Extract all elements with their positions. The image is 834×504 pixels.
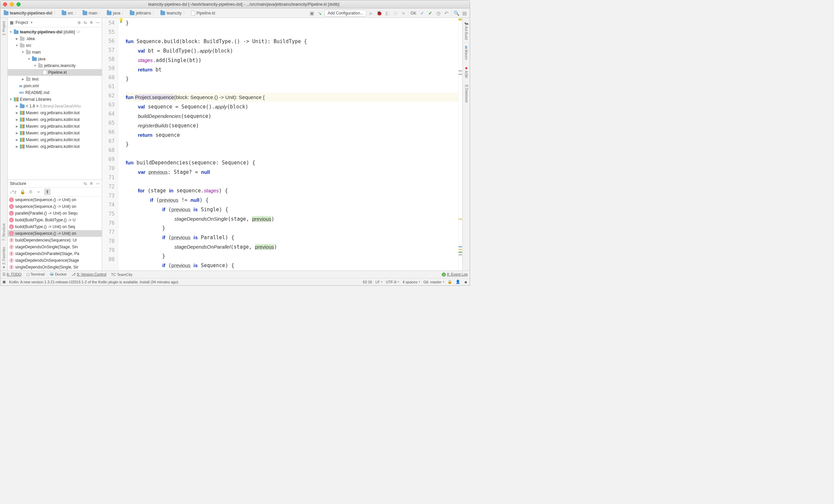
show-fields-icon[interactable]: ⫟ xyxy=(37,189,41,194)
function-icon: f xyxy=(9,251,14,256)
asm-tool-tab[interactable]: ◆ ASM xyxy=(464,65,468,79)
function-icon: f xyxy=(9,258,14,263)
folder-icon xyxy=(83,11,87,15)
lib-icon xyxy=(20,124,25,128)
folder-icon xyxy=(160,11,165,15)
file-encoding[interactable]: UTF-8♦ xyxy=(386,280,399,284)
database-tool-tab[interactable]: 🗃 Database xyxy=(464,83,468,104)
line-gutter: 54 55 56 57 58 59 60 61 62 63 64 65 66 6… xyxy=(102,18,118,270)
docker-tool-button[interactable]: 🐳 Docker xyxy=(49,272,67,277)
locate-icon[interactable]: ⊕ xyxy=(78,20,81,25)
memory-indicator[interactable]: 👤 xyxy=(456,280,460,284)
breadcrumb-item[interactable]: java〉 xyxy=(106,10,127,16)
lambda-icon: λ xyxy=(9,231,14,236)
lambda-icon: λ xyxy=(9,224,14,229)
tree-file-selected: Pipeline.kt xyxy=(8,69,102,76)
git-pull-icon[interactable]: ✓ xyxy=(419,10,425,17)
maven-tool-tab[interactable]: m Maven xyxy=(464,44,468,61)
sort-alpha-icon[interactable]: ↓ᴬᴢ xyxy=(10,189,17,194)
terminal-tool-button[interactable]: ▢ Terminal xyxy=(26,272,44,277)
folder-icon xyxy=(26,50,31,54)
lib-icon xyxy=(20,145,25,149)
run-button[interactable]: ▶ xyxy=(368,10,374,17)
todo-tool-button[interactable]: ☰ 6: TODO xyxy=(2,272,22,277)
breadcrumb-file[interactable]: Pipeline.kt xyxy=(190,11,216,16)
line-separator[interactable]: LF♦ xyxy=(375,280,382,284)
lambda-icon: λ xyxy=(9,204,14,209)
favorites-tool-tab[interactable]: ★ 2: Favorites xyxy=(2,246,6,270)
filter-icon[interactable]: ⫛ xyxy=(29,189,33,194)
folder-icon xyxy=(20,37,25,41)
project-tree[interactable]: ▼teamcity-pipelines-dsl [dsllib] ~/ ▶.id… xyxy=(8,27,102,180)
intention-bulb-icon[interactable]: 💡 xyxy=(118,18,124,270)
breadcrumb-item[interactable]: src〉 xyxy=(60,10,80,16)
git-branch[interactable]: Git: master♦ xyxy=(423,280,444,284)
lambda-icon: λ xyxy=(9,211,14,216)
git-revert-icon[interactable]: ↶ xyxy=(443,10,450,17)
indent-setting[interactable]: 4 spaces♦ xyxy=(402,280,420,284)
lambda-icon: λ xyxy=(9,218,14,222)
structure-panel-header: Structure ⇆ ✲ — xyxy=(8,180,102,188)
settings-icon[interactable]: ✲ xyxy=(90,181,93,186)
profile-button[interactable]: ◷ xyxy=(392,10,399,17)
structure-list[interactable]: λsequence(Sequence.() -> Unit) on λseque… xyxy=(8,196,102,270)
window-title: teamcity-pipelines-dsl [~/work/teamcity-… xyxy=(21,2,467,7)
project-panel-header: ▦ Project ▼ ⊕ ⇆ ✲ — xyxy=(8,18,102,27)
ant-tool-tab[interactable]: 🐜 Ant Build xyxy=(464,20,468,41)
error-stripe[interactable] xyxy=(458,18,462,270)
close-window-button[interactable] xyxy=(3,2,7,6)
search-everywhere-icon[interactable]: 🔍 xyxy=(453,10,460,17)
build-hammer-icon[interactable]: ↘ xyxy=(316,10,323,17)
structure-tool-tab[interactable]: 7: Structure xyxy=(2,222,6,242)
folder-icon xyxy=(20,44,25,47)
code-editor[interactable]: 54 55 56 57 58 59 60 61 62 63 64 65 66 6… xyxy=(102,18,462,270)
git-history-icon[interactable]: ◷ xyxy=(435,10,442,17)
stop-button[interactable]: ■ xyxy=(400,10,407,17)
expand-icon[interactable]: ⇆ xyxy=(84,181,87,186)
breadcrumb-item[interactable]: teamcity〉 xyxy=(159,10,189,16)
function-icon: f xyxy=(9,238,14,243)
caret-position[interactable]: 62:16 xyxy=(363,280,372,284)
ide-settings-icon[interactable]: ▤ xyxy=(461,10,468,17)
folder-icon xyxy=(62,11,66,15)
coverage-button[interactable]: ◧ xyxy=(384,10,391,17)
expand-all-icon[interactable]: ⇆ xyxy=(84,20,87,25)
teamcity-tool-button[interactable]: TC TeamCity xyxy=(111,272,132,277)
hide-icon[interactable]: — xyxy=(96,181,100,186)
source-folder-icon xyxy=(32,57,37,61)
breadcrumb-item[interactable]: jetbrains〉 xyxy=(128,10,158,16)
settings-icon[interactable]: ✲ xyxy=(90,20,93,25)
project-panel-title: Project xyxy=(16,20,28,25)
lib-icon xyxy=(20,138,25,142)
maven-icon: m xyxy=(19,84,22,88)
module-icon xyxy=(14,30,19,34)
select-run-target-icon[interactable]: ▣ xyxy=(308,10,315,17)
event-log-badge[interactable]: 2 8: Event Log xyxy=(442,272,468,277)
code-area[interactable]: } fun Sequence.build(block: BuildType.()… xyxy=(124,18,458,270)
tool-windows-icon[interactable]: ▣ xyxy=(2,280,6,284)
vcs-tool-button[interactable]: ⎇ 9: Version Control xyxy=(71,272,107,277)
add-configuration-button[interactable]: Add Configuration... xyxy=(325,10,366,17)
right-tool-tabs: 🐜 Ant Build m Maven ◆ ASM 🗃 Database xyxy=(462,18,470,270)
breadcrumb-root[interactable]: teamcity-pipelines-dsl〉 xyxy=(2,10,59,16)
status-message[interactable]: Kotlin: A new version 1.3.21-release-IJ2… xyxy=(9,280,178,284)
autoscroll-icon[interactable]: ⬆ xyxy=(44,189,50,195)
hide-panel-icon[interactable]: — xyxy=(96,20,100,25)
lib-icon xyxy=(20,117,25,122)
zoom-window-button[interactable] xyxy=(17,2,21,6)
lib-icon xyxy=(20,111,25,115)
inspections-icon[interactable]: ☻ xyxy=(464,280,468,284)
breadcrumb-item[interactable]: main〉 xyxy=(81,10,104,16)
lock-icon[interactable]: 🔒 xyxy=(20,189,25,194)
sidebar: ▦ Project ▼ ⊕ ⇆ ✲ — ▼teamcity-pipelines-… xyxy=(8,18,102,270)
lock-icon[interactable]: 🔒 xyxy=(447,280,452,284)
debug-button[interactable]: 🐞 xyxy=(376,10,382,17)
breadcrumb-label: teamcity-pipelines-dsl xyxy=(10,11,52,16)
titlebar: teamcity-pipelines-dsl [~/work/teamcity-… xyxy=(0,0,470,8)
left-tool-tabs: 1: Project 7: Structure ★ 2: Favorites xyxy=(0,18,8,270)
git-commit-icon[interactable]: ✔ xyxy=(427,10,434,17)
status-bar: ▣ Kotlin: A new version 1.3.21-release-I… xyxy=(0,278,470,285)
project-tool-tab[interactable]: 1: Project xyxy=(2,20,6,37)
minimize-window-button[interactable] xyxy=(10,2,14,6)
lambda-icon: λ xyxy=(9,197,14,202)
